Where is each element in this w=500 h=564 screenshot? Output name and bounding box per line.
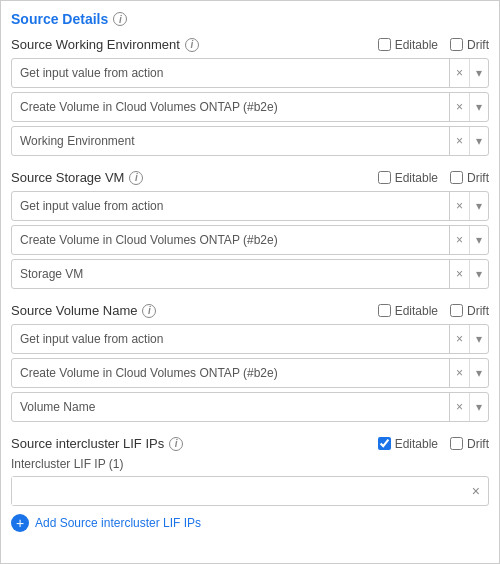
source-working-env-info-icon[interactable]: i — [185, 38, 199, 52]
source-storage-vm-row-1-actions: × ▾ — [449, 226, 488, 254]
add-lif-ip-link-text: Add Source intercluster LIF IPs — [35, 516, 201, 530]
source-lif-ips-drift-checkbox-item[interactable]: Drift — [450, 437, 489, 451]
source-volume-name-editable-checkbox-item[interactable]: Editable — [378, 304, 438, 318]
source-working-env-row-2-clear-btn[interactable]: × — [450, 127, 469, 155]
source-working-env-row-1-actions: × ▾ — [449, 93, 488, 121]
source-working-env-label: Source Working Environment i — [11, 37, 199, 52]
source-volume-name-row-1-text: Create Volume in Cloud Volumes ONTAP (#b… — [12, 366, 449, 380]
source-lif-ips-info-icon[interactable]: i — [169, 437, 183, 451]
source-storage-vm-row-0-clear-btn[interactable]: × — [450, 192, 469, 220]
source-working-env-row-2[interactable]: Working Environment × ▾ — [11, 126, 489, 156]
source-volume-name-info-icon[interactable]: i — [142, 304, 156, 318]
source-volume-name-drift-checkbox-item[interactable]: Drift — [450, 304, 489, 318]
source-storage-vm-drift-checkbox-item[interactable]: Drift — [450, 171, 489, 185]
source-volume-name-editable-label: Editable — [395, 304, 438, 318]
source-storage-vm-row-1-clear-btn[interactable]: × — [450, 226, 469, 254]
source-working-env-editable-checkbox[interactable] — [378, 38, 391, 51]
source-lif-ips-editable-checkbox-item[interactable]: Editable — [378, 437, 438, 451]
source-volume-name-row-1-chevron-btn[interactable]: ▾ — [469, 359, 488, 387]
source-storage-vm-editable-checkbox-item[interactable]: Editable — [378, 171, 438, 185]
source-volume-name-row-1-actions: × ▾ — [449, 359, 488, 387]
source-lif-ips-checkboxes: Editable Drift — [378, 437, 489, 451]
source-working-env-row-2-actions: × ▾ — [449, 127, 488, 155]
source-volume-name-checkboxes: Editable Drift — [378, 304, 489, 318]
source-storage-vm-row-0-text: Get input value from action — [12, 199, 449, 213]
source-storage-vm-row-2-actions: × ▾ — [449, 260, 488, 288]
source-lif-ips-header: Source intercluster LIF IPs i Editable D… — [11, 436, 489, 451]
source-lif-ips-group: Source intercluster LIF IPs i Editable D… — [11, 436, 489, 532]
source-working-env-row-0[interactable]: Get input value from action × ▾ — [11, 58, 489, 88]
source-volume-name-editable-checkbox[interactable] — [378, 304, 391, 317]
source-lif-ips-label-text: Source intercluster LIF IPs — [11, 436, 164, 451]
source-storage-vm-row-2-clear-btn[interactable]: × — [450, 260, 469, 288]
source-working-env-drift-checkbox-item[interactable]: Drift — [450, 38, 489, 52]
source-working-env-editable-checkbox-item[interactable]: Editable — [378, 38, 438, 52]
source-volume-name-group: Source Volume Name i Editable Drift Get … — [11, 303, 489, 422]
source-details-panel: Source Details i Source Working Environm… — [0, 0, 500, 564]
source-storage-vm-row-0[interactable]: Get input value from action × ▾ — [11, 191, 489, 221]
source-volume-name-drift-checkbox[interactable] — [450, 304, 463, 317]
source-working-env-editable-label: Editable — [395, 38, 438, 52]
lif-ip-input[interactable] — [12, 477, 464, 505]
source-working-env-row-1-text: Create Volume in Cloud Volumes ONTAP (#b… — [12, 100, 449, 114]
source-volume-name-header: Source Volume Name i Editable Drift — [11, 303, 489, 318]
section-title-info-icon[interactable]: i — [113, 12, 127, 26]
source-storage-vm-row-0-actions: × ▾ — [449, 192, 488, 220]
source-storage-vm-editable-checkbox[interactable] — [378, 171, 391, 184]
lif-ip-input-clear-btn[interactable]: × — [464, 477, 488, 505]
source-working-env-row-0-actions: × ▾ — [449, 59, 488, 87]
source-storage-vm-row-2-text: Storage VM — [12, 267, 449, 281]
source-working-env-checkboxes: Editable Drift — [378, 38, 489, 52]
source-storage-vm-row-1[interactable]: Create Volume in Cloud Volumes ONTAP (#b… — [11, 225, 489, 255]
source-storage-vm-drift-checkbox[interactable] — [450, 171, 463, 184]
source-storage-vm-drift-label: Drift — [467, 171, 489, 185]
source-working-env-row-2-chevron-btn[interactable]: ▾ — [469, 127, 488, 155]
source-working-env-row-0-chevron-btn[interactable]: ▾ — [469, 59, 488, 87]
source-volume-name-row-0-clear-btn[interactable]: × — [450, 325, 469, 353]
source-volume-name-row-2-actions: × ▾ — [449, 393, 488, 421]
source-lif-ips-drift-checkbox[interactable] — [450, 437, 463, 450]
source-storage-vm-label: Source Storage VM i — [11, 170, 143, 185]
source-volume-name-row-0[interactable]: Get input value from action × ▾ — [11, 324, 489, 354]
lif-ip-sub-label: Intercluster LIF IP (1) — [11, 457, 489, 471]
section-title: Source Details i — [11, 11, 489, 27]
source-working-env-row-1-clear-btn[interactable]: × — [450, 93, 469, 121]
source-working-env-drift-label: Drift — [467, 38, 489, 52]
source-storage-vm-info-icon[interactable]: i — [129, 171, 143, 185]
source-storage-vm-row-2[interactable]: Storage VM × ▾ — [11, 259, 489, 289]
source-volume-name-row-2-clear-btn[interactable]: × — [450, 393, 469, 421]
source-volume-name-label: Source Volume Name i — [11, 303, 156, 318]
source-storage-vm-checkboxes: Editable Drift — [378, 171, 489, 185]
source-volume-name-row-0-actions: × ▾ — [449, 325, 488, 353]
source-storage-vm-header: Source Storage VM i Editable Drift — [11, 170, 489, 185]
add-lif-ip-link[interactable]: + Add Source intercluster LIF IPs — [11, 514, 489, 532]
source-volume-name-row-2-text: Volume Name — [12, 400, 449, 414]
source-storage-vm-row-0-chevron-btn[interactable]: ▾ — [469, 192, 488, 220]
source-working-env-drift-checkbox[interactable] — [450, 38, 463, 51]
source-storage-vm-row-1-chevron-btn[interactable]: ▾ — [469, 226, 488, 254]
source-volume-name-row-1-clear-btn[interactable]: × — [450, 359, 469, 387]
source-storage-vm-row-1-text: Create Volume in Cloud Volumes ONTAP (#b… — [12, 233, 449, 247]
source-working-env-label-text: Source Working Environment — [11, 37, 180, 52]
source-working-env-header: Source Working Environment i Editable Dr… — [11, 37, 489, 52]
source-volume-name-row-1[interactable]: Create Volume in Cloud Volumes ONTAP (#b… — [11, 358, 489, 388]
source-working-env-group: Source Working Environment i Editable Dr… — [11, 37, 489, 156]
lif-ip-input-row[interactable]: × — [11, 476, 489, 506]
source-lif-ips-drift-label: Drift — [467, 437, 489, 451]
source-working-env-row-0-clear-btn[interactable]: × — [450, 59, 469, 87]
source-volume-name-row-2-chevron-btn[interactable]: ▾ — [469, 393, 488, 421]
source-working-env-row-1[interactable]: Create Volume in Cloud Volumes ONTAP (#b… — [11, 92, 489, 122]
source-volume-name-row-0-text: Get input value from action — [12, 332, 449, 346]
source-lif-ips-editable-checkbox[interactable] — [378, 437, 391, 450]
source-volume-name-row-2[interactable]: Volume Name × ▾ — [11, 392, 489, 422]
source-storage-vm-row-2-chevron-btn[interactable]: ▾ — [469, 260, 488, 288]
source-volume-name-drift-label: Drift — [467, 304, 489, 318]
source-lif-ips-editable-label: Editable — [395, 437, 438, 451]
section-title-text: Source Details — [11, 11, 108, 27]
source-working-env-row-1-chevron-btn[interactable]: ▾ — [469, 93, 488, 121]
source-storage-vm-group: Source Storage VM i Editable Drift Get i… — [11, 170, 489, 289]
source-volume-name-row-0-chevron-btn[interactable]: ▾ — [469, 325, 488, 353]
source-storage-vm-editable-label: Editable — [395, 171, 438, 185]
source-volume-name-label-text: Source Volume Name — [11, 303, 137, 318]
source-storage-vm-label-text: Source Storage VM — [11, 170, 124, 185]
